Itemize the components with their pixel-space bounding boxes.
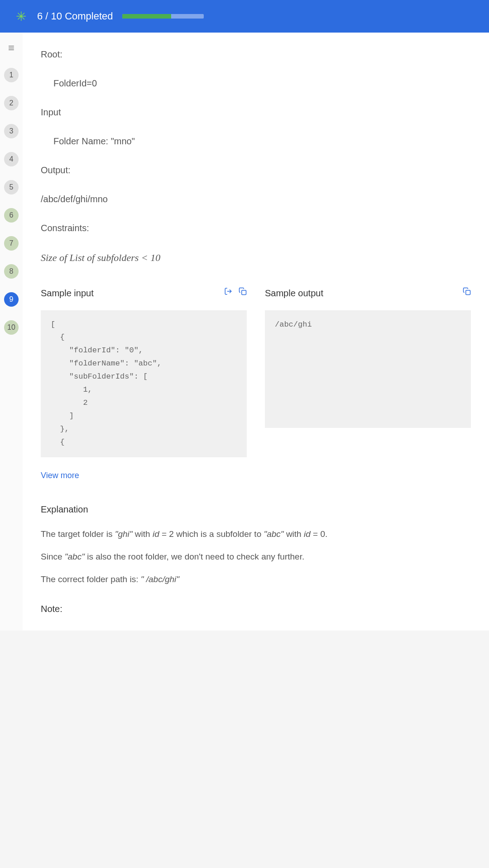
svg-rect-1 (242, 290, 246, 295)
step-4[interactable]: 4 (4, 152, 19, 166)
header-bar: ✳ 6 / 10 Completed (0, 0, 489, 33)
input-label: Input (41, 104, 471, 120)
sample-input-code: [ { "folderId": "0", "folderName": "abc"… (41, 310, 247, 457)
progress-text: 6 / 10 Completed (37, 10, 113, 22)
copy-icon[interactable] (239, 285, 247, 300)
sample-output-header: Sample output (265, 285, 471, 301)
step-6[interactable]: 6 (4, 208, 19, 223)
constraints-math: Size of List of subfolders < 10 (41, 249, 471, 267)
svg-rect-2 (466, 290, 470, 295)
view-more-link[interactable]: View more (41, 468, 79, 483)
sample-output-label: Sample output (265, 285, 323, 301)
copy-icon[interactable] (463, 285, 471, 300)
step-5[interactable]: 5 (4, 180, 19, 194)
input-value: Folder Name: "mno" (41, 133, 471, 149)
output-value: /abc/def/ghi/mno (41, 191, 471, 207)
sample-output-code: /abc/ghi (265, 310, 471, 428)
step-3[interactable]: 3 (4, 124, 19, 138)
progress-fill (122, 14, 171, 19)
step-1[interactable]: 1 (4, 68, 19, 82)
sample-input-col: Sample input [ { "folderId": "0", "folde… (41, 285, 247, 457)
explanation-line-1: The target folder is "ghi" with id = 2 w… (41, 526, 471, 542)
step-2[interactable]: 2 (4, 96, 19, 110)
root-label: Root: (41, 46, 471, 62)
root-value: FolderId=0 (41, 75, 471, 91)
sample-output-col: Sample output /abc/ghi (265, 285, 471, 457)
content-area: Root: FolderId=0 Input Folder Name: "mno… (23, 33, 489, 631)
progress-bar (122, 14, 204, 19)
output-label: Output: (41, 162, 471, 178)
logo-icon: ✳ (14, 9, 28, 24)
step-7[interactable]: 7 (4, 236, 19, 251)
explanation-line-2: Since "abc" is also the root folder, we … (41, 549, 471, 564)
sample-input-header: Sample input (41, 285, 247, 301)
constraints-label: Constraints: (41, 220, 471, 236)
explanation-line-3: The correct folder path is: " /abc/ghi" (41, 572, 471, 587)
sidebar: ≡ 1 2 3 4 5 6 7 8 9 10 (0, 33, 23, 631)
hamburger-icon[interactable]: ≡ (8, 42, 14, 54)
step-8[interactable]: 8 (4, 264, 19, 279)
step-9[interactable]: 9 (4, 292, 19, 307)
samples-row: Sample input [ { "folderId": "0", "folde… (41, 285, 471, 457)
sample-input-label: Sample input (41, 285, 94, 301)
step-10[interactable]: 10 (4, 320, 19, 335)
explanation-title: Explanation (41, 501, 471, 517)
note-label: Note: (41, 601, 471, 617)
download-icon[interactable] (224, 285, 232, 300)
